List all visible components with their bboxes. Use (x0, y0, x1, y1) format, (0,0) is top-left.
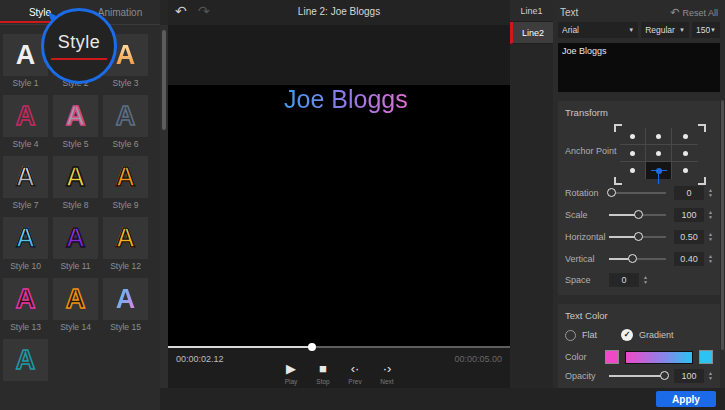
scale-slider[interactable] (609, 214, 666, 216)
reset-icon: ↶ (670, 6, 679, 18)
inspector-title: Text (560, 7, 578, 18)
style-panel: Style Animation A Style 1 A Style 2 A St… (0, 0, 160, 410)
preview-letterbox (168, 25, 510, 85)
scale-spinner[interactable] (708, 210, 713, 220)
rotation-slider[interactable] (609, 192, 666, 194)
horizontal-row: Horizontal 0.50 (565, 227, 713, 247)
line-selector: Line1 Line2 (510, 0, 553, 390)
video-canvas (168, 85, 510, 347)
apply-button[interactable]: Apply (656, 391, 716, 407)
stop-icon: ■ (314, 362, 332, 376)
prev-icon: ‹· (346, 362, 364, 376)
opacity-slider[interactable] (609, 375, 666, 377)
line-item-line1[interactable]: Line1 (510, 0, 553, 22)
transport-controls: ▶ Play ■ Stop ‹· Prev ·› Next (168, 362, 510, 385)
anchor-top-center[interactable] (646, 128, 672, 145)
horizontal-spinner[interactable] (708, 232, 713, 242)
preview-area: ↶ ↷ Line 2: Joe Bloggs Joe Bloggs 00:00:… (168, 0, 510, 390)
anchor-bottom-left[interactable] (620, 162, 646, 179)
style-tile[interactable]: A Style 13 (3, 272, 48, 333)
preview-title: Line 2: Joe Bloggs (168, 6, 510, 17)
style-tile[interactable]: A Style 9 (103, 150, 148, 211)
style-panel-scrollbar[interactable] (160, 25, 168, 390)
chevron-down-icon: ▼ (628, 27, 634, 33)
opacity-row: Opacity 100 (565, 366, 713, 386)
next-icon: ·› (378, 362, 396, 376)
inspector-scrollbar[interactable] (721, 100, 724, 350)
anchor-middle-center[interactable] (646, 145, 672, 162)
anchor-top-left[interactable] (620, 128, 646, 145)
style-tile[interactable]: A Style 5 (53, 89, 98, 150)
transform-section: Transform Anchor Point (558, 101, 720, 295)
vertical-value[interactable]: 0.40 (674, 252, 704, 266)
font-family-dropdown[interactable]: Arial ▼ (558, 22, 638, 38)
app-window: Style Animation A Style 1 A Style 2 A St… (0, 0, 725, 410)
vertical-row: Vertical 0.40 (565, 249, 713, 269)
style-tile[interactable]: A Style 7 (3, 150, 48, 211)
scrollbar-thumb[interactable] (162, 30, 166, 130)
style-tile[interactable]: A Style 14 (53, 272, 98, 333)
space-spinner[interactable] (643, 275, 648, 285)
rotation-row: Rotation 0 (565, 183, 713, 203)
play-icon: ▶ (282, 362, 300, 376)
horizontal-slider[interactable] (609, 236, 666, 238)
prev-button[interactable]: ‹· Prev (346, 362, 364, 385)
style-tile[interactable]: A Style 15 (103, 272, 148, 333)
vertical-spinner[interactable] (708, 254, 713, 264)
text-inspector: Text ↶Reset All Arial ▼ Regular ▼ 150 ▼ … (553, 0, 725, 388)
anchor-bottom-right[interactable] (672, 162, 698, 179)
gradient-end-swatch[interactable] (699, 350, 713, 364)
reset-all-button[interactable]: ↶Reset All (670, 6, 718, 19)
style-tile[interactable]: A Style 4 (3, 89, 48, 150)
anchor-point-label: Anchor Point (565, 128, 617, 181)
rotation-spinner[interactable] (708, 188, 713, 198)
opacity-spinner[interactable] (708, 371, 713, 381)
scale-row: Scale 100 (565, 205, 713, 225)
bottom-bar: Apply (160, 388, 725, 410)
anchor-middle-right[interactable] (672, 145, 698, 162)
anchor-bottom-center[interactable] (646, 162, 672, 179)
style-zoom-callout: Style (41, 8, 117, 84)
style-tile[interactable]: A Style 8 (53, 150, 98, 211)
text-color-heading: Text Color (565, 310, 713, 321)
gradient-bar[interactable] (625, 351, 693, 364)
preview-top-bar: ↶ ↷ Line 2: Joe Bloggs (168, 0, 510, 25)
rotation-value[interactable]: 0 (674, 186, 704, 200)
chevron-down-icon: ▼ (710, 27, 716, 33)
timeline-progress (168, 346, 312, 348)
play-button[interactable]: ▶ Play (282, 362, 300, 385)
line-item-line2[interactable]: Line2 (510, 22, 553, 44)
scale-value[interactable]: 100 (674, 208, 704, 222)
preview-text: Joe Bloggs (284, 85, 408, 114)
vertical-slider[interactable] (609, 258, 666, 260)
timeline-track[interactable] (168, 346, 510, 348)
style-tile[interactable]: A Style 11 (53, 211, 98, 272)
chevron-down-icon: ▼ (679, 27, 685, 33)
flat-radio[interactable] (565, 330, 576, 341)
style-tile[interactable]: A Style 10 (3, 211, 48, 272)
font-style-dropdown[interactable]: Regular ▼ (641, 22, 689, 38)
transform-heading: Transform (565, 107, 713, 118)
font-size-dropdown[interactable]: 150 ▼ (692, 22, 720, 38)
gradient-radio-checked[interactable]: ✓ (621, 329, 633, 341)
space-row: Space 0 (565, 271, 713, 289)
style-tile[interactable]: A Style 6 (103, 89, 148, 150)
anchor-top-right[interactable] (672, 128, 698, 145)
space-value[interactable]: 0 (609, 273, 639, 287)
style-tile[interactable]: A (3, 333, 48, 394)
opacity-value[interactable]: 100 (674, 369, 704, 383)
stop-button[interactable]: ■ Stop (314, 362, 332, 385)
text-input[interactable]: Joe Bloggs (558, 43, 720, 92)
anchor-middle-left[interactable] (620, 145, 646, 162)
callout-underline (51, 58, 107, 60)
playhead-handle[interactable] (308, 343, 316, 351)
horizontal-value[interactable]: 0.50 (674, 230, 704, 244)
anchor-point-grid (620, 128, 700, 181)
style-tile[interactable]: A Style 12 (103, 211, 148, 272)
next-button[interactable]: ·› Next (378, 362, 396, 385)
gradient-start-swatch[interactable] (605, 350, 619, 364)
